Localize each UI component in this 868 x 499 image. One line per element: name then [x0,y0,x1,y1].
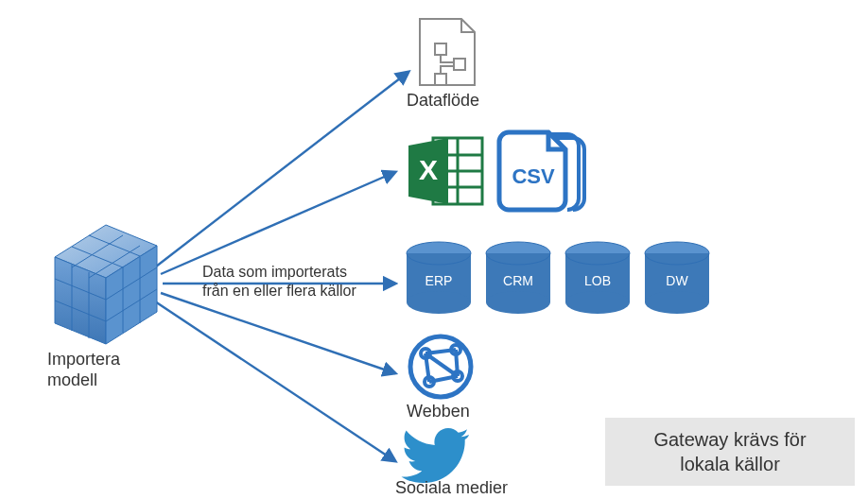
svg-rect-16 [454,59,465,70]
svg-text:CRM: CRM [503,273,533,288]
arrow-to-dataflow [156,72,408,267]
svg-line-54 [425,353,458,376]
svg-rect-15 [435,43,446,55]
svg-text:LOB: LOB [584,273,611,288]
db-dw: DW [645,242,709,314]
db-crm: CRM [486,242,550,314]
web-label: Webben [407,402,520,422]
svg-text:ERP: ERP [425,273,453,288]
svg-point-37 [565,291,630,314]
web-icon [410,336,471,397]
svg-rect-17 [435,74,446,85]
svg-point-42 [645,291,709,314]
db-lob: LOB [565,242,630,314]
social-label: Sociala medier [395,478,547,499]
svg-point-27 [407,291,471,314]
dataflow-icon [420,19,475,85]
dataflow-label: Dataflöde [407,91,520,112]
import-model-icon [55,225,157,344]
db-erp: ERP [407,242,471,314]
twitter-icon [402,428,470,483]
svg-point-32 [486,291,550,314]
db-row: ERP CRM LOB DW [407,242,709,314]
gateway-note: Gateway krävs förlokala källor [605,418,855,486]
arrow-label: Data som importeratsfrån en eller flera … [202,263,391,301]
svg-point-45 [410,336,471,397]
excel-icon: X [408,138,482,204]
arrow-to-social [155,301,395,461]
svg-line-51 [456,350,458,376]
import-model-label: Importeramodell [47,350,170,390]
csv-icon: CSV [499,132,584,210]
svg-text:X: X [419,154,438,185]
arrow-to-files [161,172,395,274]
svg-text:DW: DW [666,273,688,288]
arrow-to-web [161,293,395,373]
csv-label: CSV [512,164,555,188]
